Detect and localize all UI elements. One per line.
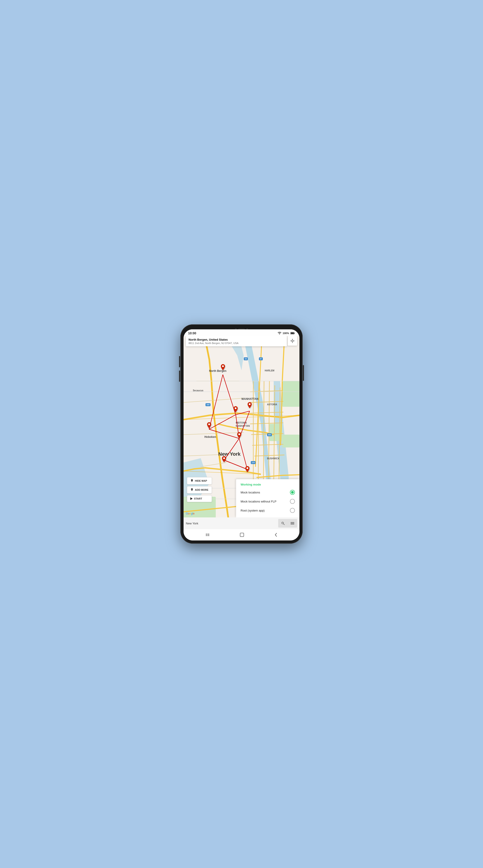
mode-option-mock[interactable]: Mock locations: [240, 490, 295, 495]
hide-map-button[interactable]: HIDE MAP: [187, 477, 212, 485]
search-city-label: North Bergen, United States: [189, 338, 284, 341]
phone-frame: 10:00 100%: [180, 324, 303, 544]
hide-map-label: HIDE MAP: [195, 479, 207, 482]
vol-up-button: [179, 356, 180, 367]
svg-line-23: [183, 454, 237, 456]
power-button: [303, 365, 304, 381]
svg-point-54: [192, 489, 192, 490]
svg-rect-4: [282, 381, 300, 407]
start-label: START: [194, 497, 202, 500]
back-icon: [274, 532, 278, 537]
crosshair-icon: [290, 338, 295, 343]
map-pin-5[interactable]: [236, 432, 243, 441]
bottom-search-bar: New York: [183, 518, 300, 529]
svg-point-53: [192, 480, 192, 480]
map-pin-7[interactable]: [244, 466, 251, 475]
svg-point-44: [208, 423, 210, 425]
svg-point-43: [249, 403, 251, 405]
svg-line-22: [183, 432, 244, 434]
search-location-text[interactable]: New York: [183, 520, 278, 527]
recent-apps-button[interactable]: [205, 533, 209, 537]
map-pin-2[interactable]: [232, 406, 239, 415]
volume-buttons: [179, 356, 180, 382]
mode-label-mock-flp: Mock locations without FLP: [240, 500, 276, 503]
map-pin-1[interactable]: [220, 364, 226, 373]
shield-495: 495: [205, 403, 210, 406]
my-location-button[interactable]: [288, 336, 297, 346]
battery-text: 100%: [283, 332, 289, 335]
recent-apps-icon: [205, 533, 209, 537]
svg-rect-2: [291, 333, 294, 334]
svg-point-45: [238, 433, 240, 435]
vol-down-button: [179, 370, 180, 382]
add-more-label: ADD MORE: [195, 489, 208, 491]
svg-marker-55: [190, 497, 193, 500]
svg-line-17: [263, 381, 264, 488]
map-background: North Bergen Secaucus MANHATTAN HARLEM M…: [183, 329, 300, 529]
map-pin-4[interactable]: [206, 422, 212, 431]
google-logo: Google: [186, 512, 195, 515]
map-pin-3[interactable]: [247, 402, 253, 411]
status-icons: 100%: [278, 332, 295, 335]
shield-87: 87: [259, 358, 263, 360]
shield-9a: 9A: [244, 358, 248, 360]
radio-mock-flp[interactable]: [290, 499, 295, 504]
add-more-button[interactable]: ADD MORE: [187, 486, 212, 493]
navigation-bar: [183, 529, 300, 540]
svg-rect-67: [240, 533, 244, 537]
mode-option-mock-flp[interactable]: Mock locations without FLP: [240, 499, 295, 504]
location-pin-icon: [190, 479, 194, 483]
radio-mock-inner: [291, 491, 294, 494]
working-mode-panel: Working mode Mock locations Mock locatio…: [236, 479, 300, 518]
home-icon: [240, 532, 244, 537]
status-time: 10:00: [188, 331, 196, 335]
svg-point-48: [291, 340, 293, 342]
search-icon: [281, 522, 285, 525]
mode-label-root: Root (system app): [240, 509, 264, 512]
map-bottom-controls: HIDE MAP ADD MORE START: [187, 477, 212, 502]
svg-rect-7: [282, 435, 300, 447]
wifi-icon: [278, 332, 281, 335]
location-search-bar[interactable]: North Bergen, United States 8811 2nd Ave…: [186, 336, 287, 346]
svg-point-47: [247, 467, 248, 469]
back-button[interactable]: [274, 532, 278, 537]
status-bar: 10:00 100%: [183, 329, 300, 336]
home-button[interactable]: [240, 532, 244, 537]
shield-495-east: 495: [267, 433, 272, 436]
map-pin-6[interactable]: [221, 456, 227, 465]
svg-point-41: [222, 366, 224, 367]
shield-278: 278: [251, 461, 256, 464]
search-address-label: 8811 2nd Ave, North Bergen, NJ 07047, US…: [189, 342, 284, 344]
svg-point-42: [235, 407, 236, 409]
battery-icon: [290, 332, 295, 335]
menu-icon-button[interactable]: [288, 519, 297, 528]
search-icon-button[interactable]: [278, 519, 288, 528]
svg-point-46: [223, 457, 225, 459]
working-mode-title: Working mode: [240, 483, 295, 486]
radio-root[interactable]: [290, 508, 295, 513]
mode-label-mock: Mock locations: [240, 491, 260, 494]
map-area[interactable]: North Bergen Secaucus MANHATTAN HARLEM M…: [183, 329, 300, 529]
add-pin-icon: [190, 488, 194, 491]
svg-line-57: [283, 524, 284, 525]
play-icon: [190, 497, 193, 500]
mode-option-root[interactable]: Root (system app): [240, 508, 295, 513]
hamburger-icon: [291, 522, 294, 525]
start-button[interactable]: START: [187, 495, 212, 502]
screen: 10:00 100%: [183, 329, 300, 540]
svg-rect-3: [294, 333, 295, 334]
radio-mock[interactable]: [290, 490, 295, 495]
